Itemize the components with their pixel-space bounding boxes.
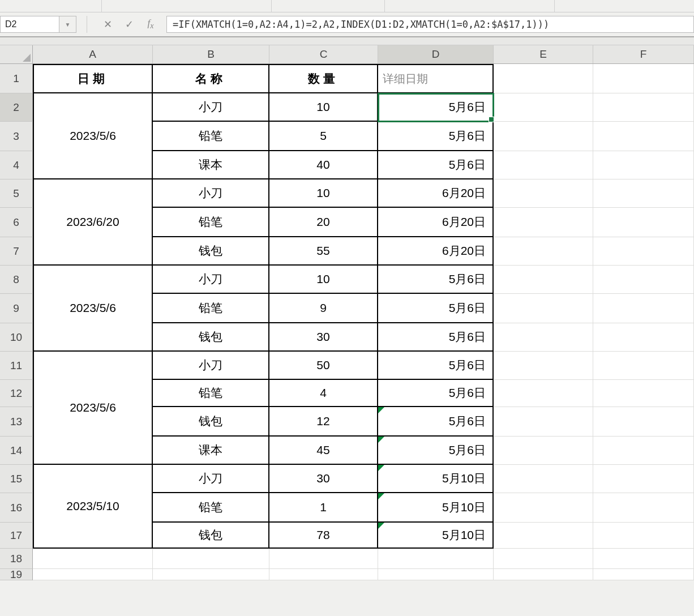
cell-E13[interactable] (494, 407, 593, 437)
cell-E9[interactable] (494, 294, 593, 323)
cell-B6[interactable]: 铅笔 (153, 208, 269, 237)
cell-B7[interactable]: 钱包 (153, 237, 269, 266)
cell-F17[interactable] (593, 523, 694, 549)
cell-E14[interactable] (494, 437, 593, 465)
row-header-6[interactable]: 6 (0, 208, 33, 237)
row-header-16[interactable]: 16 (0, 493, 33, 523)
cell-F14[interactable] (593, 437, 694, 465)
col-header-B[interactable]: B (153, 45, 269, 63)
cell-A18[interactable] (33, 549, 153, 569)
cell-B5[interactable]: 小刀 (153, 179, 269, 208)
cell-C5[interactable]: 10 (269, 179, 378, 208)
row-header-18[interactable]: 18 (0, 549, 33, 569)
name-box-dropdown[interactable]: ▼ (59, 16, 76, 33)
cancel-icon[interactable]: ✕ (101, 18, 114, 31)
cell-F11[interactable] (593, 352, 694, 380)
cell-D1[interactable]: 详细日期 (378, 64, 494, 93)
cell-E8[interactable] (494, 266, 593, 294)
cell-E5[interactable] (494, 179, 593, 208)
row-header-12[interactable]: 12 (0, 380, 33, 407)
cell-F8[interactable] (593, 266, 694, 294)
cell-D12[interactable]: 5月6日 (378, 380, 494, 407)
cell-B19[interactable] (153, 569, 269, 580)
row-header-19[interactable]: 19 (0, 569, 33, 580)
cell-A15-merged[interactable]: 2023/5/10 (33, 465, 153, 549)
row-header-15[interactable]: 15 (0, 465, 33, 493)
cell-F4[interactable] (593, 151, 694, 179)
cell-B18[interactable] (153, 549, 269, 569)
cell-E11[interactable] (494, 352, 593, 380)
cell-D15[interactable]: 5月10日 (378, 465, 494, 493)
cell-F6[interactable] (593, 208, 694, 237)
enter-icon[interactable]: ✓ (122, 18, 136, 31)
cell-B16[interactable]: 铅笔 (153, 493, 269, 523)
cell-F15[interactable] (593, 465, 694, 493)
cell-C12[interactable]: 4 (269, 380, 378, 407)
cell-E17[interactable] (494, 523, 593, 549)
cell-C16[interactable]: 1 (269, 493, 378, 523)
cell-C3[interactable]: 5 (269, 122, 378, 151)
cell-E4[interactable] (494, 151, 593, 179)
cell-F1[interactable] (593, 64, 694, 93)
cell-C2[interactable]: 10 (269, 93, 378, 122)
cell-E12[interactable] (494, 380, 593, 407)
row-header-11[interactable]: 11 (0, 352, 33, 380)
row-header-2[interactable]: 2 (0, 93, 33, 122)
cell-B13[interactable]: 钱包 (153, 407, 269, 437)
cell-F19[interactable] (593, 569, 694, 580)
row-header-3[interactable]: 3 (0, 122, 33, 151)
cell-E19[interactable] (494, 569, 593, 580)
cell-E15[interactable] (494, 465, 593, 493)
cell-B9[interactable]: 铅笔 (153, 294, 269, 323)
cell-C13[interactable]: 12 (269, 407, 378, 437)
cell-F13[interactable] (593, 407, 694, 437)
cell-D6[interactable]: 6月20日 (378, 208, 494, 237)
cell-E16[interactable] (494, 493, 593, 523)
col-header-C[interactable]: C (269, 45, 378, 63)
cell-F10[interactable] (593, 323, 694, 352)
cell-D18[interactable] (378, 549, 494, 569)
cell-C11[interactable]: 50 (269, 352, 378, 380)
cell-A5-merged[interactable]: 2023/6/20 (33, 179, 153, 266)
cell-C15[interactable]: 30 (269, 465, 378, 493)
cell-C8[interactable]: 10 (269, 266, 378, 294)
col-header-A[interactable]: A (33, 45, 153, 63)
cell-F5[interactable] (593, 179, 694, 208)
cell-F9[interactable] (593, 294, 694, 323)
cell-D7[interactable]: 6月20日 (378, 237, 494, 266)
cell-B17[interactable]: 钱包 (153, 523, 269, 549)
cell-E7[interactable] (494, 237, 593, 266)
row-header-10[interactable]: 10 (0, 323, 33, 352)
cell-A11-merged[interactable]: 2023/5/6 (33, 352, 153, 465)
cell-E2[interactable] (494, 93, 593, 122)
cell-C6[interactable]: 20 (269, 208, 378, 237)
col-header-E[interactable]: E (494, 45, 593, 63)
cell-B11[interactable]: 小刀 (153, 352, 269, 380)
name-box[interactable] (0, 16, 59, 33)
row-header-8[interactable]: 8 (0, 266, 33, 294)
cell-D14[interactable]: 5月6日 (378, 437, 494, 465)
cell-A8-merged[interactable]: 2023/5/6 (33, 266, 153, 352)
cell-C4[interactable]: 40 (269, 151, 378, 179)
cell-A19[interactable] (33, 569, 153, 580)
row-header-5[interactable]: 5 (0, 179, 33, 208)
cell-D5[interactable]: 6月20日 (378, 179, 494, 208)
cell-D3[interactable]: 5月6日 (378, 122, 494, 151)
cell-D13[interactable]: 5月6日 (378, 407, 494, 437)
row-header-1[interactable]: 1 (0, 64, 33, 93)
cell-C18[interactable] (269, 549, 378, 569)
col-header-D[interactable]: D (378, 45, 494, 63)
fx-icon[interactable]: fx (144, 18, 157, 31)
col-header-F[interactable]: F (593, 45, 694, 63)
select-all-triangle[interactable] (0, 45, 33, 63)
cell-B14[interactable]: 课本 (153, 437, 269, 465)
cell-B12[interactable]: 铅笔 (153, 380, 269, 407)
cell-C7[interactable]: 55 (269, 237, 378, 266)
cell-A2-merged[interactable]: 2023/5/6 (33, 93, 153, 179)
cell-B8[interactable]: 小刀 (153, 266, 269, 294)
row-header-7[interactable]: 7 (0, 237, 33, 266)
cell-C1[interactable]: 数量 (269, 64, 378, 93)
cell-C17[interactable]: 78 (269, 523, 378, 549)
row-header-17[interactable]: 17 (0, 523, 33, 549)
cell-F18[interactable] (593, 549, 694, 569)
